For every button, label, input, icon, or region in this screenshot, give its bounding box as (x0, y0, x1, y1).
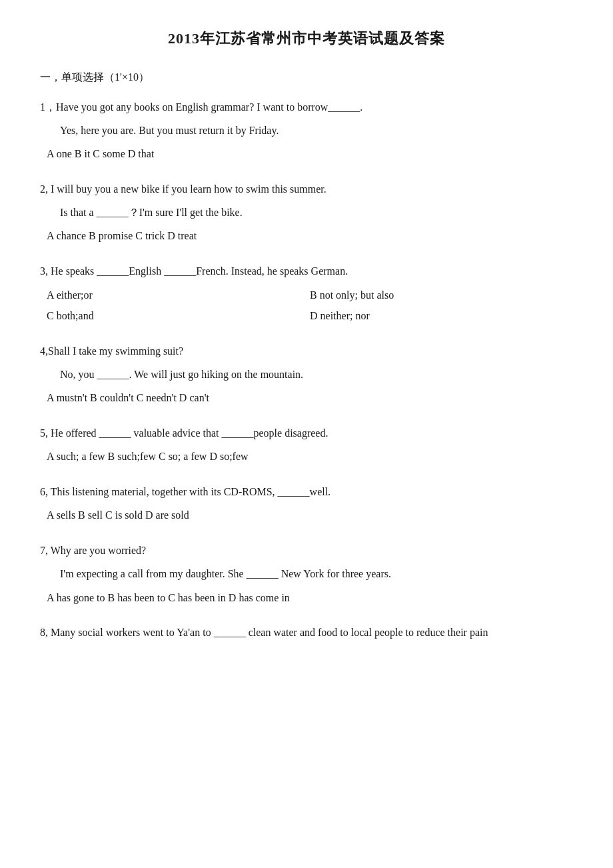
question-3-text: 3, He speaks ______English ______French.… (40, 262, 573, 280)
page-title: 2013年江苏省常州市中考英语试题及答案 (40, 27, 573, 50)
question-3-options-grid: A either;or B not only; but also C both;… (47, 285, 573, 326)
question-6-options: A sells B sell C is sold D are sold (47, 506, 573, 525)
question-6-text: 6, This listening material, together wit… (40, 483, 573, 501)
question-7-subtext: I'm expecting a call from my daughter. S… (60, 565, 573, 583)
question-block-7: 7, Why are you worried? I'm expecting a … (40, 541, 573, 607)
section-header: 一，单项选择（1'×10） (40, 69, 573, 86)
question-block-2: 2, I will buy you a new bike if you lear… (40, 180, 573, 246)
question-4-subtext: No, you ______. We will just go hiking o… (60, 365, 573, 383)
question-1-subtext: Yes, here you are. But you must return i… (60, 121, 573, 139)
question-block-5: 5, He offered ______ valuable advice tha… (40, 424, 573, 467)
question-block-8: 8, Many social workers went to Ya'an to … (40, 623, 573, 641)
question-4-options: A mustn't B couldn't C needn't D can't (47, 389, 573, 408)
question-3-option-d: D neither; nor (310, 306, 573, 326)
question-5-text: 5, He offered ______ valuable advice tha… (40, 424, 573, 442)
question-block-4: 4,Shall I take my swimming suit? No, you… (40, 342, 573, 408)
question-block-6: 6, This listening material, together wit… (40, 483, 573, 525)
question-3-option-c: C both;and (47, 306, 310, 326)
question-2-text: 2, I will buy you a new bike if you lear… (40, 180, 573, 198)
question-3-option-a: A either;or (47, 285, 310, 305)
question-block-3: 3, He speaks ______English ______French.… (40, 262, 573, 326)
question-block-1: 1，Have you got any books on English gram… (40, 98, 573, 164)
question-2-options: A chance B promise C trick D treat (47, 227, 573, 246)
question-4-text: 4,Shall I take my swimming suit? (40, 342, 573, 360)
question-1-text: 1，Have you got any books on English gram… (40, 98, 573, 116)
question-7-options: A has gone to B has been to C has been i… (47, 589, 573, 608)
question-5-options: A such; a few B such;few C so; a few D s… (47, 447, 573, 467)
question-8-text: 8, Many social workers went to Ya'an to … (40, 623, 573, 641)
question-7-text: 7, Why are you worried? (40, 541, 573, 559)
question-1-options: A one B it C some D that (47, 145, 573, 164)
question-2-subtext: Is that a ______？I'm sure I'll get the b… (60, 203, 573, 221)
question-3-option-b: B not only; but also (310, 285, 573, 305)
